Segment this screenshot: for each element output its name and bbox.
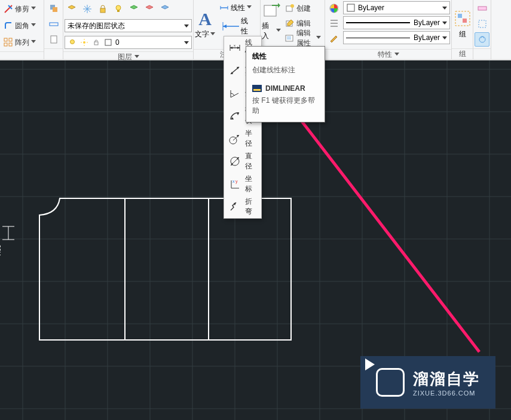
svg-text:x: x — [234, 44, 235, 47]
lineweight-combo[interactable]: ByLayer — [343, 16, 450, 29]
select-icon — [478, 19, 487, 29]
dim-item-diameter[interactable]: 直径 — [224, 150, 261, 173]
svg-rect-24 — [105, 39, 111, 45]
edit-attr-button[interactable]: 编辑属性 — [283, 31, 323, 45]
svg-rect-49 — [463, 19, 467, 23]
misc-btn-1[interactable] — [45, 1, 62, 16]
layer-match[interactable] — [127, 2, 141, 16]
svg-rect-4 — [4, 43, 7, 46]
svg-rect-48 — [458, 14, 462, 18]
dim-diameter-icon — [228, 154, 241, 168]
util-2[interactable] — [475, 17, 489, 31]
tooltip: 线性 创建线性标注 DIMLINEAR 按 F1 键获得更多帮助 — [246, 46, 325, 122]
svg-rect-9 — [51, 36, 57, 43]
fillet-button[interactable]: 圆角 — [1, 19, 38, 33]
tooltip-cmd: DIMLINEAR — [265, 84, 305, 93]
layer-walk[interactable] — [158, 2, 172, 16]
dim-linear-button[interactable]: 线性 — [218, 1, 253, 14]
panel-title-props[interactable]: 特性 — [325, 49, 451, 60]
color-combo[interactable]: ByLayer — [343, 1, 450, 14]
layer-name: 0 — [115, 38, 120, 47]
bulb-icon — [68, 38, 77, 47]
layer-state-combo[interactable]: 未保存的图层状态 — [65, 19, 192, 32]
misc-btn-2[interactable] — [45, 17, 62, 31]
draworder-icon — [49, 4, 59, 13]
swatch-icon — [346, 3, 356, 13]
color-value: ByLayer — [358, 4, 384, 12]
util-1[interactable] — [475, 1, 489, 16]
play-icon — [376, 368, 405, 397]
svg-rect-46 — [347, 4, 354, 11]
color-wheel-icon — [329, 4, 338, 13]
trim-icon — [4, 4, 13, 14]
brush-button[interactable] — [326, 31, 341, 45]
misc-btn-3[interactable] — [45, 32, 62, 47]
text-label[interactable]: 文字 — [195, 29, 209, 39]
trim-button[interactable]: 修剪 — [1, 2, 38, 16]
panel-title-modify — [0, 51, 44, 59]
dim-radius-icon — [228, 131, 241, 146]
svg-marker-81 — [365, 358, 375, 370]
command-icon — [252, 84, 262, 93]
svg-rect-2 — [4, 38, 7, 41]
watermark: 溜溜自学 ZIXUE.3D66.COM — [360, 356, 495, 409]
list-button[interactable] — [326, 16, 341, 30]
dimension-mark: 7.09 — [0, 226, 14, 256]
group-icon[interactable] — [453, 9, 472, 28]
fillet-label: 圆角 — [15, 21, 29, 31]
layer-prev[interactable] — [142, 2, 157, 16]
svg-text:y: y — [235, 179, 238, 184]
layer-on[interactable] — [111, 2, 126, 16]
panel-properties: ByLayer ByLayer ByLayer 特性 — [325, 0, 452, 59]
measure-icon — [49, 19, 59, 29]
layer-state-value: 未保存的图层状态 — [68, 21, 125, 31]
dim-item-jogged[interactable]: 折弯 — [224, 195, 261, 218]
dim-arc-icon — [228, 109, 241, 123]
edit-block-icon — [285, 19, 295, 28]
svg-rect-8 — [50, 23, 58, 26]
watermark-url: ZIXUE.3D66.COM — [413, 390, 480, 397]
snowflake-icon — [82, 4, 92, 14]
text-icon[interactable]: A — [195, 10, 215, 29]
layer-combo[interactable]: 0 — [65, 36, 192, 49]
chevron-down-icon — [184, 41, 189, 44]
dim-linear-icon — [219, 3, 229, 13]
svg-text:x: x — [232, 179, 235, 183]
layer-lock[interactable] — [96, 2, 110, 16]
tooltip-desc: 创建线性标注 — [252, 65, 319, 75]
panel-util — [473, 0, 491, 59]
layer-freeze[interactable] — [80, 2, 94, 16]
panel-title-group[interactable]: 组 — [452, 48, 473, 59]
array-label: 阵列 — [15, 38, 29, 48]
insert-label[interactable]: 插入 — [262, 21, 275, 41]
dim-angular-icon — [228, 86, 241, 100]
match-prop-button[interactable] — [326, 1, 341, 16]
dim-linear-large[interactable]: 线性 — [218, 16, 252, 37]
util-3[interactable] — [475, 32, 489, 47]
group-label[interactable]: 组 — [459, 29, 466, 39]
array-button[interactable]: 阵列 — [1, 35, 38, 50]
brush-icon — [329, 33, 338, 43]
svg-rect-16 — [117, 10, 120, 12]
svg-rect-14 — [100, 8, 105, 13]
svg-point-17 — [71, 40, 75, 44]
dim-ordinate-icon: xy — [228, 177, 241, 191]
svg-point-18 — [83, 41, 85, 44]
selcycle-icon — [478, 35, 487, 44]
panel-misc — [44, 0, 63, 59]
tooltip-title: 线性 — [252, 51, 319, 62]
linetype-combo[interactable]: ByLayer — [343, 31, 450, 44]
insert-icon[interactable] — [262, 1, 281, 20]
svg-rect-7 — [53, 7, 57, 12]
chevron-down-icon — [31, 7, 36, 11]
dim-item-radius[interactable]: 半径 — [224, 127, 261, 150]
dim-item-ordinate[interactable]: xy 坐标 — [224, 173, 261, 195]
svg-line-0 — [5, 5, 12, 13]
layer-iso-1[interactable] — [65, 2, 79, 16]
chevron-down-icon — [442, 22, 447, 24]
svg-marker-86 — [237, 47, 240, 49]
match-icon — [129, 4, 139, 14]
create-block-button[interactable]: 创建 — [283, 1, 323, 16]
panel-modify: 修剪 圆角 阵列 — [0, 0, 44, 59]
dim-jogged-icon — [228, 200, 241, 214]
